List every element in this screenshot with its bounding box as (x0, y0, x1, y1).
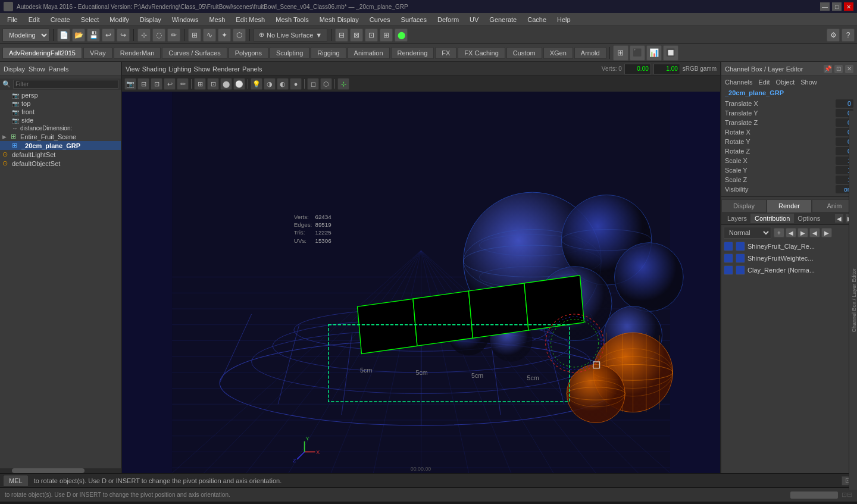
camera-btn1[interactable]: ⊟ (335, 29, 348, 42)
layer-move-down-button[interactable]: ▶ (821, 228, 832, 237)
layer-tab-render[interactable]: Render (767, 199, 812, 212)
menu-edit[interactable]: Edit (24, 15, 45, 24)
menu-windows[interactable]: Windows (167, 15, 204, 24)
settings-btn[interactable]: ⚙ (827, 29, 840, 42)
viewport-shading-menu[interactable]: Shading (142, 65, 166, 73)
shelf-tab-advrendering[interactable]: AdvRenderingFall2015 (2, 47, 82, 59)
vp-render-settings[interactable]: ⊹ (337, 78, 349, 90)
shelf-tab-custom[interactable]: Custom (506, 47, 542, 59)
lasso-tool[interactable]: ◌ (152, 29, 165, 42)
sub-tab-options[interactable]: Options (794, 214, 824, 223)
shelf-tab-rigging[interactable]: Rigging (311, 47, 346, 59)
workspace-selector[interactable]: Modeling (2, 29, 49, 42)
cb-edit-menu[interactable]: Edit (758, 79, 770, 86)
snap-point[interactable]: ✦ (218, 29, 231, 42)
menu-deform[interactable]: Deform (433, 15, 464, 24)
outliner-display-menu[interactable]: Display (4, 65, 25, 73)
select-tool[interactable]: ⊹ (137, 29, 151, 42)
outliner-item-lightset[interactable]: ⊙ defaultLightSet (0, 150, 121, 159)
help-btn[interactable]: ? (842, 29, 855, 42)
vp-camera-type[interactable]: ⊟ (137, 78, 149, 90)
cb-show-menu[interactable]: Show (800, 79, 817, 86)
cb-channels-menu[interactable]: Channels (725, 79, 752, 86)
mel-tab[interactable]: MEL (4, 475, 28, 486)
close-button[interactable]: ✕ (844, 2, 853, 11)
vp-cam3[interactable]: ⊡ (151, 78, 162, 90)
vp-lights[interactable]: 💡 (251, 78, 262, 90)
redo-button[interactable]: ↪ (117, 29, 130, 42)
vp-wireframe-shaded[interactable]: ⬤ (220, 78, 232, 90)
shelf-tab-xgen[interactable]: XGen (543, 47, 573, 59)
snap-curve[interactable]: ∿ (203, 29, 216, 42)
vp-camera-btn[interactable]: 📷 (124, 78, 136, 90)
shelf-tab-animation[interactable]: Animation (348, 47, 390, 59)
vp-ssao[interactable]: ● (290, 78, 302, 90)
maximize-button[interactable]: □ (832, 2, 842, 11)
layer-forward-button[interactable]: ▶ (797, 228, 808, 237)
menu-help[interactable]: Help (552, 15, 575, 24)
snap-grid[interactable]: ⊞ (188, 29, 201, 42)
vp-x-ray2[interactable]: ⬡ (320, 78, 332, 90)
vp-pen[interactable]: ✏ (177, 78, 189, 90)
minimize-button[interactable]: — (820, 2, 830, 11)
vp-shadows[interactable]: ◑ (264, 78, 276, 90)
render-layer-item-3[interactable]: Clay_Render (Norma... (721, 264, 857, 276)
vp-grid2[interactable]: ⊡ (207, 78, 219, 90)
viewport-view-menu[interactable]: View (126, 65, 140, 73)
open-scene-button[interactable]: 📂 (72, 29, 85, 42)
outliner-search-input[interactable] (13, 80, 118, 89)
outliner-item-side[interactable]: 📷 side (0, 116, 121, 124)
menu-display[interactable]: Display (135, 15, 166, 24)
shelf-tab-polygons[interactable]: Polygons (229, 47, 268, 59)
outliner-item-persp[interactable]: 📷 persp (0, 91, 121, 99)
shelf-icon4[interactable]: 🔲 (663, 45, 678, 61)
menu-mesh-tools[interactable]: Mesh Tools (271, 15, 313, 24)
shelf-tab-fxcaching[interactable]: FX Caching (458, 47, 505, 59)
menu-surfaces[interactable]: Surfaces (396, 15, 431, 24)
render-layer-item-1[interactable]: ShineyFruit_Clay_Re... (721, 240, 857, 252)
menu-file[interactable]: File (2, 15, 23, 24)
outliner-item-top[interactable]: 📷 top (0, 99, 121, 108)
shelf-icon3[interactable]: 📊 (646, 45, 662, 61)
layer-tab-display[interactable]: Display (721, 199, 767, 212)
shelf-tab-arnold[interactable]: Arnold (574, 47, 606, 59)
vp-selection-mode[interactable]: ↩ (164, 78, 176, 90)
layer-backward-button[interactable]: ◀ (786, 228, 796, 237)
save-scene-button[interactable]: 💾 (87, 29, 100, 42)
menu-select[interactable]: Select (76, 15, 104, 24)
outliner-item-distance[interactable]: ↔ distanceDimension: (0, 124, 121, 132)
render-btn[interactable]: ⬤ (395, 29, 408, 42)
vp-smooth[interactable]: ⚪ (233, 78, 245, 90)
layer-add-button[interactable]: + (774, 228, 784, 237)
viewport-lighting-menu[interactable]: Lighting (168, 65, 192, 73)
camera-btn2[interactable]: ⊠ (350, 29, 363, 42)
menu-generate[interactable]: Generate (484, 15, 521, 24)
menu-mesh[interactable]: Mesh (204, 15, 230, 24)
vp-x-ray[interactable]: ◻ (307, 78, 319, 90)
undo-button[interactable]: ↩ (102, 29, 115, 42)
shelf-tab-renderman[interactable]: RenderMan (114, 47, 161, 59)
outliner-panels-menu[interactable]: Panels (49, 65, 69, 73)
outliner-item-front[interactable]: 📷 front (0, 108, 121, 116)
outliner-item-objectset[interactable]: ⊙ defaultObjectSet (0, 159, 121, 168)
outliner-item-20cm-plane[interactable]: ⊞ _20cm_plane_GRP (0, 141, 121, 150)
viewport-field2[interactable] (653, 64, 680, 74)
menu-modify[interactable]: Modify (105, 15, 133, 24)
close-right-icon[interactable]: ✕ (845, 65, 853, 73)
layer-mode-selector[interactable]: Normal (724, 227, 771, 239)
pin-icon[interactable]: 📌 (824, 65, 832, 73)
float-icon[interactable]: ⊡ (834, 65, 843, 73)
snap-surface[interactable]: ⬡ (233, 29, 246, 42)
viewport-field1[interactable] (624, 64, 651, 74)
menu-create[interactable]: Create (46, 15, 75, 24)
layer-move-up-button[interactable]: ◀ (809, 228, 820, 237)
outliner-item-fruit-scene[interactable]: ▶ ⊞ Entire_Fruit_Scene (0, 132, 121, 141)
viewport-canvas[interactable]: 5cm 5cm 5cm 5cm Verts: 62434 Edges: 8951… (122, 92, 720, 473)
shelf-icon1[interactable]: ⊞ (613, 45, 628, 61)
sub-tab-contribution[interactable]: Contribution (751, 214, 794, 223)
outliner-show-menu[interactable]: Show (29, 65, 45, 73)
shelf-icon2[interactable]: ⬛ (630, 45, 645, 61)
render-layer-item-2[interactable]: ShineyFruitWeightec... (721, 252, 857, 264)
viewport-panels-menu[interactable]: Panels (242, 65, 262, 73)
vp-grid[interactable]: ⊞ (194, 78, 206, 90)
